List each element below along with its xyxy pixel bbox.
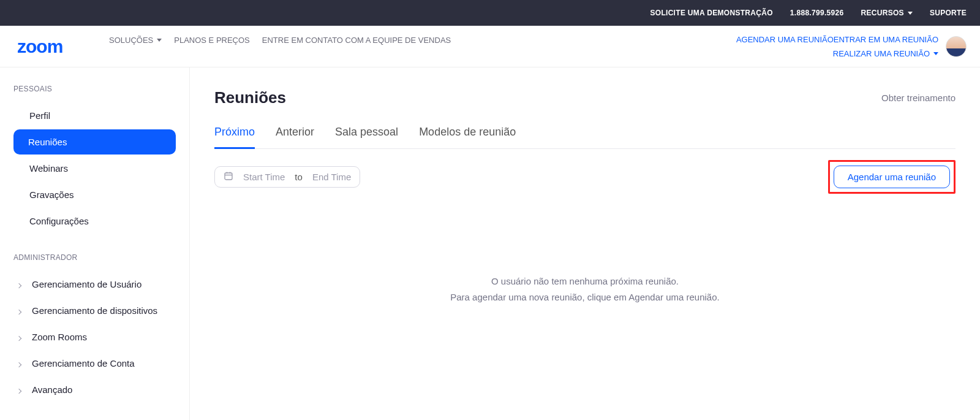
- join-meeting-link[interactable]: ENTRAR EM UMA REUNIÃO: [834, 35, 938, 44]
- empty-line2: Para agendar uma nova reunião, clique em…: [214, 289, 956, 305]
- chevron-right-icon: [17, 384, 21, 395]
- chevron-right-icon: [17, 279, 21, 289]
- svg-text:zoom: zoom: [17, 38, 62, 55]
- schedule-meeting-link[interactable]: AGENDAR UMA REUNIÃO: [736, 35, 834, 44]
- empty-state: O usuário não tem nenhuma próxima reuniã…: [214, 273, 956, 305]
- plans-link[interactable]: PLANOS E PREÇOS: [174, 36, 250, 45]
- toolbar: Start Time to End Time Agendar uma reuni…: [214, 160, 956, 194]
- sidebar-item-advanced[interactable]: Avançado: [13, 377, 176, 402]
- chevron-down-icon: [157, 39, 162, 42]
- support-link[interactable]: SUPORTE: [930, 9, 967, 17]
- avatar[interactable]: [946, 36, 967, 57]
- highlight-box: Agendar uma reunião: [828, 160, 956, 194]
- svg-rect-1: [225, 173, 232, 180]
- nav-right: AGENDAR UMA REUNIÃO ENTRAR EM UMA REUNIÃ…: [736, 35, 967, 58]
- topbar: SOLICITE UMA DEMONSTRAÇÃO 1.888.799.5926…: [0, 0, 980, 26]
- solutions-label: SOLUÇÕES: [109, 36, 153, 45]
- zoom-logo[interactable]: zoom: [17, 38, 91, 55]
- tab-templates[interactable]: Modelos de reunião: [419, 126, 516, 149]
- date-range-picker[interactable]: Start Time to End Time: [214, 166, 360, 188]
- sidebar-header-admin: ADMINISTRADOR: [0, 253, 189, 272]
- request-demo-link[interactable]: SOLICITE UMA DEMONSTRAÇÃO: [650, 9, 772, 17]
- sidebar-item-device-mgmt[interactable]: Gerenciamento de dispositivos: [13, 298, 176, 323]
- sidebar-item-webinars[interactable]: Webinars: [13, 156, 176, 181]
- sidebar-item-account-mgmt[interactable]: Gerenciamento de Conta: [13, 351, 176, 376]
- calendar-icon: [224, 171, 233, 183]
- chevron-down-icon: [933, 52, 938, 55]
- sidebar-header-personal: PESSOAIS: [0, 85, 189, 103]
- daterange-to: to: [295, 172, 303, 182]
- main-content: Reuniões Obter treinamento Próximo Anter…: [190, 67, 980, 420]
- training-link[interactable]: Obter treinamento: [881, 93, 956, 103]
- chevron-right-icon: [17, 305, 21, 316]
- sidebar-item-zoom-rooms[interactable]: Zoom Rooms: [13, 324, 176, 349]
- contact-sales-link[interactable]: ENTRE EM CONTATO COM A EQUIPE DE VENDAS: [262, 36, 451, 45]
- sidebar-item-profile[interactable]: Perfil: [13, 103, 176, 128]
- phone-link[interactable]: 1.888.799.5926: [790, 9, 844, 17]
- sidebar-item-label: Zoom Rooms: [32, 332, 87, 342]
- sidebar-item-label: Avançado: [32, 384, 72, 395]
- main-nav: zoom SOLUÇÕES PLANOS E PREÇOS ENTRE EM C…: [0, 26, 980, 67]
- tab-previous[interactable]: Anterior: [276, 126, 314, 149]
- chevron-down-icon: [908, 12, 913, 15]
- end-time-placeholder: End Time: [312, 172, 351, 182]
- sidebar-item-label: Gerenciamento de Conta: [32, 358, 135, 368]
- sidebar-item-recordings[interactable]: Gravações: [13, 182, 176, 207]
- empty-line1: O usuário não tem nenhuma próxima reuniã…: [214, 273, 956, 289]
- solutions-dropdown[interactable]: SOLUÇÕES: [109, 36, 162, 45]
- resources-dropdown[interactable]: RECURSOS: [861, 9, 912, 17]
- sidebar: PESSOAIS Perfil Reuniões Webinars Gravaç…: [0, 67, 190, 420]
- sidebar-item-label: Gerenciamento de dispositivos: [32, 305, 157, 316]
- meeting-tabs: Próximo Anterior Sala pessoal Modelos de…: [214, 126, 956, 149]
- host-label: REALIZAR UMA REUNIÃO: [833, 49, 930, 58]
- sidebar-item-label: Gerenciamento de Usuário: [32, 279, 141, 289]
- tab-personal-room[interactable]: Sala pessoal: [335, 126, 398, 149]
- resources-label: RECURSOS: [861, 9, 903, 17]
- page-title: Reuniões: [214, 88, 286, 107]
- start-time-placeholder: Start Time: [243, 172, 285, 182]
- sidebar-item-meetings[interactable]: Reuniões: [13, 129, 176, 155]
- schedule-meeting-button[interactable]: Agendar uma reunião: [834, 166, 950, 188]
- chevron-right-icon: [17, 332, 21, 342]
- sidebar-item-user-mgmt[interactable]: Gerenciamento de Usuário: [13, 272, 176, 297]
- host-meeting-dropdown[interactable]: REALIZAR UMA REUNIÃO: [833, 49, 938, 58]
- tab-upcoming[interactable]: Próximo: [214, 126, 255, 149]
- chevron-right-icon: [17, 358, 21, 368]
- nav-left: SOLUÇÕES PLANOS E PREÇOS ENTRE EM CONTAT…: [109, 36, 451, 45]
- sidebar-item-settings[interactable]: Configurações: [13, 208, 176, 234]
